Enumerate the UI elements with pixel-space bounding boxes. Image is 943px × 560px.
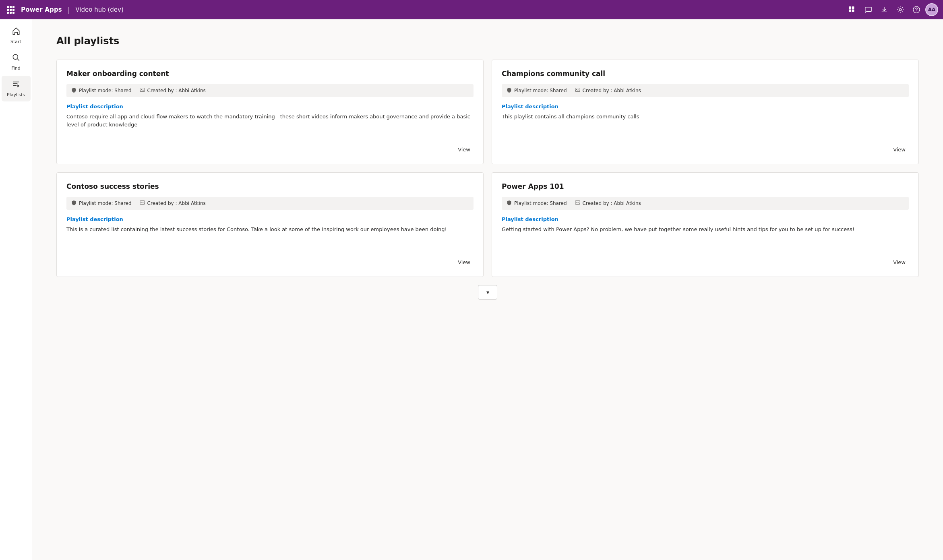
playlists-grid: Maker onboarding content Playlist mode: … (56, 60, 919, 277)
card-title-maker-onboarding: Maker onboarding content (66, 70, 474, 78)
topbar-download-icon-btn[interactable] (877, 2, 891, 17)
playlist-mode-text-4: Playlist mode: Shared (514, 200, 567, 206)
download-icon (881, 6, 888, 13)
card-title-powerapps101: Power Apps 101 (502, 182, 909, 190)
view-btn-maker-onboarding[interactable]: View (455, 145, 474, 154)
topbar-help-icon-btn[interactable] (909, 2, 924, 17)
search-icon (12, 53, 21, 64)
svg-rect-1 (852, 6, 854, 9)
svg-point-5 (913, 6, 920, 13)
svg-marker-10 (17, 85, 20, 87)
sidebar-item-start[interactable]: Start (2, 23, 31, 48)
chat-icon (864, 6, 872, 13)
svg-rect-2 (849, 10, 851, 12)
topbar-apps-icon-btn[interactable] (845, 2, 859, 17)
card-meta-powerapps101: Playlist mode: Shared Created by : Abbi … (502, 197, 909, 210)
playlist-card-powerapps101[interactable]: Power Apps 101 Playlist mode: Shared Cre… (492, 172, 919, 277)
description-text-champions: This playlist contains all champions com… (502, 113, 909, 138)
description-text-contoso: This is a curated list containing the la… (66, 225, 474, 251)
svg-rect-3 (852, 10, 854, 12)
playlist-mode-contoso: Playlist mode: Shared (71, 200, 132, 207)
page-title: All playlists (56, 35, 919, 47)
sidebar-item-find[interactable]: Find (2, 49, 31, 75)
image-icon-2 (575, 87, 580, 94)
sidebar-playlists-label: Playlists (7, 92, 25, 97)
home-icon (12, 27, 21, 37)
description-label-powerapps101[interactable]: Playlist description (502, 216, 909, 222)
chevron-down-icon: ▾ (486, 289, 489, 295)
view-btn-champions[interactable]: View (890, 145, 909, 154)
playlist-mode-text-3: Playlist mode: Shared (79, 200, 132, 206)
svg-point-4 (899, 8, 901, 10)
sidebar: Start Find Playlists (0, 19, 32, 560)
topbar-right-actions: AA (845, 2, 938, 17)
description-label-champions[interactable]: Playlist description (502, 103, 909, 110)
main-content: All playlists Maker onboarding content P… (32, 19, 943, 560)
created-by-text-2: Created by : Abbi Atkins (583, 88, 641, 93)
card-title-contoso: Contoso success stories (66, 182, 474, 190)
description-text-maker-onboarding: Contoso require all app and cloud flow m… (66, 113, 474, 138)
playlist-mode-text-2: Playlist mode: Shared (514, 88, 567, 93)
waffle-icon (7, 6, 14, 14)
playlist-card-contoso[interactable]: Contoso success stories Playlist mode: S… (56, 172, 484, 277)
topbar: Power Apps | Video hub (dev) (0, 0, 943, 19)
svg-rect-0 (849, 6, 851, 9)
svg-point-14 (576, 89, 577, 90)
view-btn-contoso[interactable]: View (455, 258, 474, 267)
card-meta-contoso: Playlist mode: Shared Created by : Abbi … (66, 197, 474, 210)
shield-icon-4 (507, 200, 512, 207)
card-meta-maker-onboarding: Playlist mode: Shared Created by : Abbi … (66, 84, 474, 97)
svg-point-16 (141, 202, 142, 203)
playlist-mode-maker-onboarding: Playlist mode: Shared (71, 87, 132, 94)
description-label-contoso[interactable]: Playlist description (66, 216, 474, 222)
card-title-champions: Champions community call (502, 70, 909, 78)
sidebar-find-label: Find (11, 66, 21, 71)
scroll-down-container: ▾ (56, 277, 919, 304)
created-by-text: Created by : Abbi Atkins (147, 88, 206, 93)
shield-icon (71, 87, 77, 94)
playlist-card-champions[interactable]: Champions community call Playlist mode: … (492, 60, 919, 164)
view-btn-powerapps101[interactable]: View (890, 258, 909, 267)
topbar-settings-icon-btn[interactable] (893, 2, 908, 17)
topbar-brand: Power Apps (21, 6, 62, 13)
playlist-mode-champions: Playlist mode: Shared (507, 87, 567, 94)
svg-point-18 (576, 202, 577, 203)
description-text-powerapps101: Getting started with Power Apps? No prob… (502, 225, 909, 251)
topbar-separator: | (68, 6, 70, 14)
image-icon-3 (140, 200, 145, 207)
app-layout: Start Find Playlists (0, 19, 943, 560)
scroll-down-button[interactable]: ▾ (478, 285, 497, 300)
created-by-powerapps101: Created by : Abbi Atkins (575, 200, 641, 207)
help-icon (913, 6, 920, 13)
created-by-text-3: Created by : Abbi Atkins (147, 200, 206, 206)
playlist-mode-text: Playlist mode: Shared (79, 88, 132, 93)
apps-icon (848, 6, 856, 13)
playlist-mode-powerapps101: Playlist mode: Shared (507, 200, 567, 207)
shield-icon-2 (507, 87, 512, 94)
svg-point-6 (13, 54, 18, 59)
created-by-text-4: Created by : Abbi Atkins (583, 200, 641, 206)
settings-icon (897, 6, 904, 13)
sidebar-item-playlists[interactable]: Playlists (2, 76, 31, 101)
shield-icon-3 (71, 200, 77, 207)
sidebar-start-label: Start (10, 39, 21, 44)
image-icon-4 (575, 200, 580, 207)
playlists-icon (12, 80, 21, 91)
user-avatar[interactable]: AA (925, 3, 938, 16)
description-label-maker-onboarding[interactable]: Playlist description (66, 103, 474, 110)
svg-point-12 (141, 89, 142, 90)
card-meta-champions: Playlist mode: Shared Created by : Abbi … (502, 84, 909, 97)
created-by-maker-onboarding: Created by : Abbi Atkins (140, 87, 206, 94)
playlist-card-maker-onboarding[interactable]: Maker onboarding content Playlist mode: … (56, 60, 484, 164)
created-by-contoso: Created by : Abbi Atkins (140, 200, 206, 207)
topbar-chat-icon-btn[interactable] (861, 2, 875, 17)
created-by-champions: Created by : Abbi Atkins (575, 87, 641, 94)
image-icon (140, 87, 145, 94)
topbar-app-name: Video hub (dev) (75, 6, 123, 13)
waffle-menu-button[interactable] (5, 4, 16, 15)
